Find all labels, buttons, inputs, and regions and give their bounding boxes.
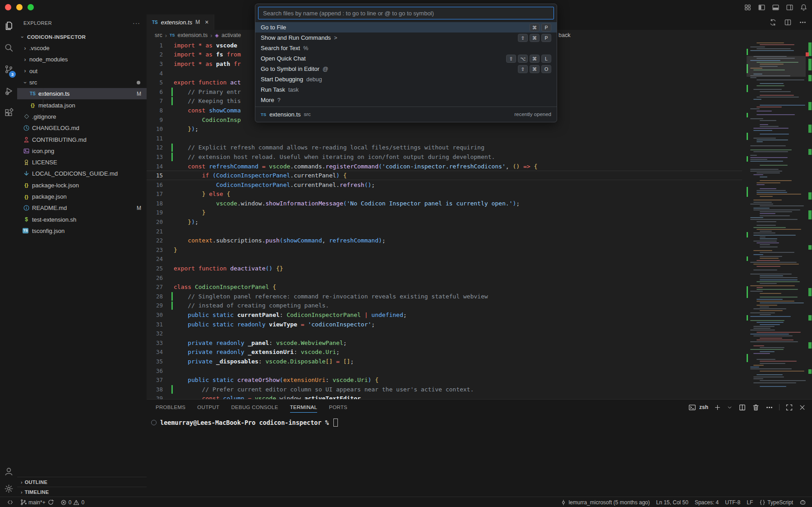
minimap-line bbox=[757, 192, 787, 193]
panel-bottom-icon[interactable] bbox=[772, 4, 780, 11]
trash-icon[interactable] bbox=[752, 404, 760, 411]
minimize-window-button[interactable] bbox=[16, 4, 23, 10]
indentation[interactable]: Spaces: 4 bbox=[692, 497, 722, 507]
minimap-line bbox=[757, 97, 799, 98]
minimap-line bbox=[753, 130, 772, 131]
folder-src[interactable]: ›src bbox=[17, 77, 147, 88]
palette-item-hint: > bbox=[334, 35, 337, 41]
maximize-icon[interactable] bbox=[785, 404, 793, 411]
panel-tab-problems[interactable]: PROBLEMS bbox=[156, 400, 185, 415]
more-icon[interactable] bbox=[799, 19, 807, 26]
close-tab-icon[interactable]: × bbox=[205, 19, 208, 26]
file-extension-ts[interactable]: TSextension.tsM bbox=[17, 88, 147, 99]
activity-source-control[interactable]: 3 bbox=[0, 59, 17, 79]
palette-item-start-debugging[interactable]: Start Debuggingdebug bbox=[255, 74, 557, 84]
layout-icon[interactable] bbox=[744, 4, 752, 11]
file-test-extension-sh[interactable]: $test-extension.sh bbox=[17, 214, 147, 225]
file-license[interactable]: LICENSE bbox=[17, 157, 147, 168]
sidebar-title: EXPLORER bbox=[23, 20, 52, 26]
palette-item-go-to-file[interactable]: Go to File⌘P bbox=[255, 22, 557, 33]
line-number: 32 bbox=[147, 330, 169, 337]
encoding[interactable]: UTF-8 bbox=[722, 497, 743, 507]
recent-file-label: extension.ts bbox=[269, 111, 300, 118]
quick-open-input[interactable] bbox=[258, 7, 554, 19]
breadcrumb-symbol[interactable]: activate bbox=[221, 32, 241, 38]
timeline-section[interactable]: › TIMELINE bbox=[17, 487, 147, 497]
palette-item-run-task[interactable]: Run Tasktask bbox=[255, 84, 557, 95]
minimap-slider[interactable] bbox=[747, 56, 806, 77]
plus-icon[interactable] bbox=[714, 404, 721, 411]
zoom-window-button[interactable] bbox=[28, 4, 34, 10]
activity-search[interactable] bbox=[0, 37, 17, 57]
folder--vscode[interactable]: ›.vscode bbox=[17, 42, 147, 54]
recent-file-row[interactable]: TS extension.ts src recently opened bbox=[255, 108, 557, 120]
panel-left-icon[interactable] bbox=[758, 4, 766, 11]
file-package-json[interactable]: {}package.json bbox=[17, 191, 147, 202]
remote-indicator[interactable] bbox=[4, 497, 17, 507]
open-changes-icon[interactable] bbox=[769, 19, 777, 26]
quick-open-textbox[interactable] bbox=[262, 9, 550, 17]
file-tsconfig-json[interactable]: TStsconfig.json bbox=[17, 225, 147, 237]
tab-extension-ts[interactable]: TS extension.ts M × bbox=[147, 14, 214, 30]
folder-node-modules[interactable]: ›node_modules bbox=[17, 54, 147, 65]
activity-settings[interactable] bbox=[0, 479, 17, 498]
breadcrumb-file[interactable]: extension.ts bbox=[178, 32, 208, 38]
minimap-line bbox=[760, 126, 779, 127]
git-branch-item[interactable]: main*+ bbox=[17, 497, 57, 507]
file-package-lock-json[interactable]: {}package-lock.json bbox=[17, 180, 147, 191]
code-line-33: 33 private readonly _panel: vscode.Webvi… bbox=[147, 338, 742, 348]
outline-section[interactable]: › OUTLINE bbox=[17, 477, 147, 487]
commit-icon bbox=[560, 499, 567, 506]
commit-info[interactable]: lemurra_microsoft (5 months ago) bbox=[557, 497, 653, 507]
bell-icon[interactable] bbox=[800, 4, 807, 11]
file-changelog-md[interactable]: CHANGELOG.md bbox=[17, 122, 147, 134]
line-number: 35 bbox=[147, 358, 169, 365]
eol[interactable]: LF bbox=[743, 497, 756, 507]
terminal[interactable]: leemurray@Lees-MacBook-Pro codicon-inspe… bbox=[151, 419, 338, 427]
minimap-line bbox=[760, 237, 766, 237]
palette-item-show-and-run-commands[interactable]: Show and Run Commands>⇧⌘P bbox=[255, 33, 557, 43]
palette-item-open-quick-chat[interactable]: Open Quick Chat⇧⌥⌘L bbox=[255, 53, 557, 64]
copilot-status[interactable] bbox=[796, 497, 809, 507]
panel-tab-output[interactable]: OUTPUT bbox=[197, 400, 219, 415]
sidebar-more-icon[interactable]: ··· bbox=[133, 19, 140, 27]
chevron-down-icon[interactable] bbox=[727, 405, 733, 410]
file-icon-png[interactable]: icon.png bbox=[17, 145, 147, 157]
split-editor-icon[interactable] bbox=[784, 19, 792, 26]
code-line-31: 31 public static readonly viewType = 'co… bbox=[147, 320, 742, 329]
status-bar: main*+ 00 lemurra_microsoft (5 months ag… bbox=[0, 497, 812, 507]
language-mode[interactable]: TypeScript bbox=[756, 497, 796, 507]
palette-item-go-to-symbol-in-editor[interactable]: Go to Symbol in Editor@⇧⌘O bbox=[255, 64, 557, 74]
error-count: 0 bbox=[69, 499, 72, 506]
close-window-button[interactable] bbox=[5, 4, 11, 10]
palette-item-search-for-text[interactable]: Search for Text% bbox=[255, 43, 557, 53]
cursor-position[interactable]: Ln 15, Col 50 bbox=[653, 497, 692, 507]
breadcrumb-src[interactable]: src bbox=[155, 32, 162, 38]
close-icon[interactable] bbox=[799, 404, 806, 411]
file-readme-md[interactable]: README.mdM bbox=[17, 202, 147, 214]
code-text: CodiconInsp bbox=[169, 116, 241, 123]
file--gitignore[interactable]: .gitignore bbox=[17, 111, 147, 122]
panel-tab-terminal[interactable]: TERMINAL bbox=[290, 400, 318, 415]
more-icon[interactable] bbox=[766, 404, 773, 411]
activity-explorer[interactable] bbox=[0, 16, 17, 36]
file-local-codicons-guide-md[interactable]: LOCAL_CODICONS_GUIDE.md bbox=[17, 168, 147, 179]
panel-tab-ports[interactable]: PORTS bbox=[329, 400, 347, 415]
panel-right-icon[interactable] bbox=[786, 4, 794, 11]
minimap[interactable] bbox=[747, 41, 806, 399]
file-metadata-json[interactable]: {}metadata.json bbox=[17, 99, 147, 111]
folder-out[interactable]: ›out bbox=[17, 65, 147, 77]
split-pane-icon[interactable] bbox=[738, 404, 746, 411]
line-number: 1 bbox=[147, 42, 169, 49]
activity-extensions[interactable] bbox=[0, 102, 17, 122]
code-text: // Primary entr bbox=[169, 88, 241, 95]
project-root-folder[interactable]: › CODICON-INSPECTOR bbox=[17, 32, 147, 42]
file-contributing-md[interactable]: CONTRIBUTING.md bbox=[17, 134, 147, 145]
minimap-line bbox=[750, 217, 763, 218]
minimap-line bbox=[757, 79, 804, 80]
activity-run-debug[interactable] bbox=[0, 81, 17, 101]
palette-item-more[interactable]: More? bbox=[255, 95, 557, 105]
problems-item[interactable]: 00 bbox=[57, 497, 88, 507]
panel-tab-debug-console[interactable]: DEBUG CONSOLE bbox=[231, 400, 278, 415]
minimap-line bbox=[753, 377, 784, 377]
